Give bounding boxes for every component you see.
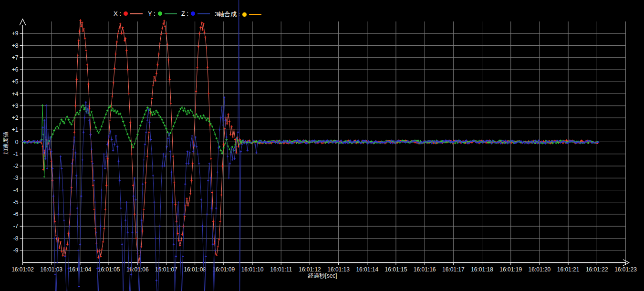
legend-dot-icon-x	[124, 11, 128, 16]
x-tick-label: 16:01:05	[98, 266, 120, 273]
legend-item-y: Y :	[148, 10, 177, 17]
legend-line-icon-y	[165, 13, 177, 14]
x-tick-label: 16:01:03	[40, 266, 62, 273]
x-tick-label: 16:01:23	[614, 266, 637, 273]
x-tick-label: 16:01:08	[184, 266, 206, 273]
legend-dot-icon-y	[158, 11, 162, 16]
legend-line-icon-composite	[249, 14, 261, 15]
x-tick-label: 16:01:19	[499, 266, 522, 273]
x-tick-label: 16:01:02	[11, 266, 34, 273]
x-tick-label: 16:01:22	[586, 266, 608, 273]
y-tick-label: -9	[13, 247, 19, 254]
x-axis-line	[22, 260, 629, 266]
legend-label-y: Y :	[148, 10, 156, 17]
legend-item-z: Z :	[181, 10, 210, 17]
y-tick-label: +2	[12, 114, 19, 121]
y-axis-title: 加速度値	[2, 125, 10, 161]
y-tick-label: +4	[12, 91, 19, 97]
accelerometer-chart: +9+8+7+6+5+4+3+2+10-1-2-3-4-5-6-7-8-916:…	[0, 0, 644, 291]
legend-line-icon-x	[130, 13, 143, 14]
x-tick-label: 16:01:20	[529, 266, 551, 273]
y-tick-label: -6	[13, 211, 19, 218]
y-tick-label: +3	[12, 103, 19, 109]
x-tick-label: 16:01:14	[356, 266, 378, 273]
y-tick-label: -7	[13, 223, 19, 229]
x-tick-label: 16:01:16	[414, 266, 436, 273]
y-tick-label: -5	[13, 199, 19, 206]
y-tick-label: +7	[12, 54, 19, 61]
legend-item-composite: 3軸合成 :	[215, 10, 261, 19]
legend-label-composite: 3軸合成 :	[215, 10, 240, 19]
y-tick-label: +5	[12, 78, 19, 85]
y-tick-label: +6	[12, 66, 19, 73]
legend-line-icon-z	[197, 13, 210, 14]
x-tick-label: 16:01:18	[471, 266, 493, 273]
y-tick-label: -1	[13, 151, 19, 157]
x-tick-label: 16:01:06	[126, 266, 149, 273]
x-axis-title: 経過秒[sec]	[289, 272, 356, 280]
legend-item-x: X :	[114, 10, 143, 17]
x-tick-label: 16:01:09	[212, 266, 235, 273]
y-tick-label: +1	[12, 126, 19, 133]
chart-canvas: +9+8+7+6+5+4+3+2+10-1-2-3-4-5-6-7-8-916:…	[0, 0, 644, 291]
y-tick-label: -8	[13, 235, 19, 242]
legend-dot-icon-z	[191, 11, 195, 16]
y-tick-label: +9	[12, 30, 19, 37]
legend-dot-icon-composite	[242, 12, 247, 17]
x-tick-label: 16:01:04	[69, 266, 92, 273]
y-axis-line	[20, 19, 26, 262]
legend-label-z: Z :	[181, 10, 188, 17]
y-tick-label: -2	[13, 163, 19, 169]
x-tick-label: 16:01:21	[557, 266, 580, 273]
series-line-Z	[23, 0, 599, 291]
y-tick-label: +8	[12, 42, 19, 49]
y-tick-label: 0	[15, 139, 19, 146]
y-tick-label: -4	[13, 187, 19, 194]
x-tick-label: 16:01:15	[385, 266, 407, 273]
x-tick-label: 16:01:10	[241, 266, 264, 273]
legend-label-x: X :	[114, 10, 121, 17]
y-tick-label: -3	[13, 175, 19, 181]
x-tick-label: 16:01:17	[442, 266, 465, 273]
